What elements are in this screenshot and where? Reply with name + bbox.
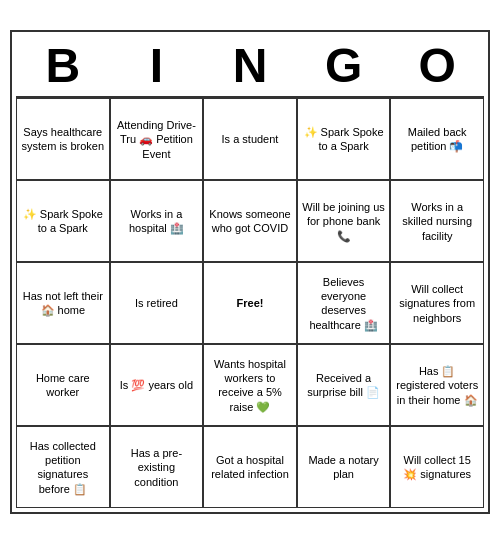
bingo-letter-g: G <box>297 36 391 97</box>
cell-text-12: Free! <box>237 296 264 310</box>
cell-text-8: Will be joining us for phone bank 📞 <box>302 200 386 243</box>
bingo-cell-20: Has collected petition signatures before… <box>16 426 110 508</box>
bingo-cell-18: Received a surprise bill 📄 <box>297 344 391 426</box>
cell-text-15: Home care worker <box>21 371 105 400</box>
bingo-cell-15: Home care worker <box>16 344 110 426</box>
bingo-cell-8: Will be joining us for phone bank 📞 <box>297 180 391 262</box>
bingo-cell-17: Wants hospital workers to receive a 5% r… <box>203 344 297 426</box>
cell-text-0: Says healthcare system is broken <box>21 125 105 154</box>
cell-text-23: Made a notary plan <box>302 453 386 482</box>
bingo-cell-5: ✨ Spark Spoke to a Spark <box>16 180 110 262</box>
bingo-letter-o: O <box>390 36 484 97</box>
cell-text-4: Mailed back petition 📬 <box>395 125 479 154</box>
cell-text-7: Knows someone who got COVID <box>208 207 292 236</box>
cell-text-18: Received a surprise bill 📄 <box>302 371 386 400</box>
cell-text-24: Will collect 15 💥 signatures <box>395 453 479 482</box>
cell-text-19: Has 📋 registered voters in their home 🏠 <box>395 364 479 407</box>
cell-text-10: Has not left their 🏠 home <box>21 289 105 318</box>
bingo-card: BINGO Says healthcare system is brokenAt… <box>10 30 490 515</box>
bingo-cell-6: Works in a hospital 🏥 <box>110 180 204 262</box>
bingo-cell-1: Attending Drive-Tru 🚗 Petition Event <box>110 98 204 180</box>
cell-text-1: Attending Drive-Tru 🚗 Petition Event <box>115 118 199 161</box>
bingo-cell-21: Has a pre-existing condition <box>110 426 204 508</box>
cell-text-22: Got a hospital related infection <box>208 453 292 482</box>
bingo-cell-7: Knows someone who got COVID <box>203 180 297 262</box>
bingo-cell-13: Believes everyone deserves healthcare 🏥 <box>297 262 391 344</box>
bingo-cell-10: Has not left their 🏠 home <box>16 262 110 344</box>
bingo-cell-3: ✨ Spark Spoke to a Spark <box>297 98 391 180</box>
bingo-cell-9: Works in a skilled nursing facility <box>390 180 484 262</box>
bingo-header: BINGO <box>16 36 484 97</box>
cell-text-17: Wants hospital workers to receive a 5% r… <box>208 357 292 414</box>
bingo-cell-2: Is a student <box>203 98 297 180</box>
bingo-cell-16: Is 💯 years old <box>110 344 204 426</box>
bingo-cell-12: Free! <box>203 262 297 344</box>
cell-text-11: Is retired <box>135 296 178 310</box>
bingo-cell-24: Will collect 15 💥 signatures <box>390 426 484 508</box>
bingo-cell-23: Made a notary plan <box>297 426 391 508</box>
cell-text-2: Is a student <box>222 132 279 146</box>
cell-text-21: Has a pre-existing condition <box>115 446 199 489</box>
cell-text-20: Has collected petition signatures before… <box>21 439 105 496</box>
bingo-cell-22: Got a hospital related infection <box>203 426 297 508</box>
bingo-grid: Says healthcare system is brokenAttendin… <box>16 96 484 508</box>
bingo-cell-4: Mailed back petition 📬 <box>390 98 484 180</box>
cell-text-14: Will collect signatures from neighbors <box>395 282 479 325</box>
bingo-letter-i: I <box>110 36 204 97</box>
cell-text-6: Works in a hospital 🏥 <box>115 207 199 236</box>
bingo-cell-14: Will collect signatures from neighbors <box>390 262 484 344</box>
bingo-cell-19: Has 📋 registered voters in their home 🏠 <box>390 344 484 426</box>
bingo-cell-0: Says healthcare system is broken <box>16 98 110 180</box>
bingo-letter-b: B <box>16 36 110 97</box>
bingo-cell-11: Is retired <box>110 262 204 344</box>
cell-text-9: Works in a skilled nursing facility <box>395 200 479 243</box>
cell-text-5: ✨ Spark Spoke to a Spark <box>21 207 105 236</box>
bingo-letter-n: N <box>203 36 297 97</box>
cell-text-16: Is 💯 years old <box>120 378 193 392</box>
cell-text-13: Believes everyone deserves healthcare 🏥 <box>302 275 386 332</box>
cell-text-3: ✨ Spark Spoke to a Spark <box>302 125 386 154</box>
